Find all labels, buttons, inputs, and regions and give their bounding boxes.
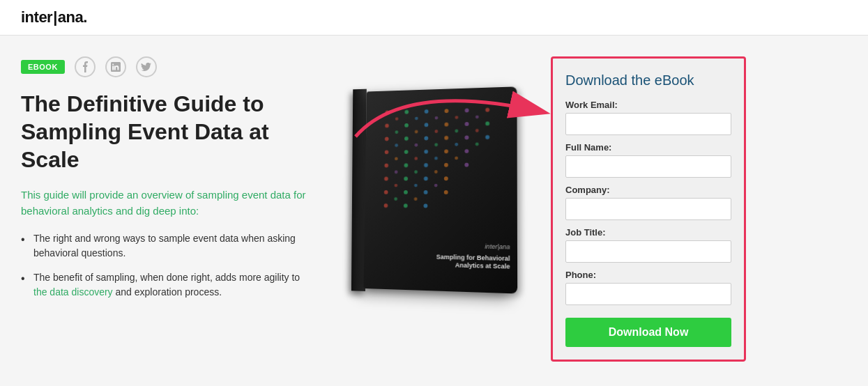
facebook-icon[interactable] [75, 56, 96, 77]
svg-point-4 [384, 164, 388, 168]
svg-point-46 [415, 117, 418, 121]
full-name-input[interactable] [565, 155, 731, 178]
svg-point-51 [414, 184, 418, 187]
ebook-badge: EBOOK [21, 60, 65, 74]
job-title-group: Job Title: [565, 227, 731, 263]
book-image: inter|ana Sampling for BehavioralAnalyti… [349, 77, 530, 300]
svg-point-40 [395, 130, 399, 134]
book-brand: inter|ana [436, 242, 510, 250]
svg-point-17 [425, 123, 429, 127]
svg-point-52 [414, 197, 418, 201]
svg-point-7 [384, 203, 388, 208]
company-group: Company: [565, 185, 731, 220]
logo: inter|ana. [21, 8, 87, 26]
phone-group: Phone: [565, 270, 731, 305]
svg-point-25 [444, 123, 448, 127]
svg-point-12 [404, 163, 409, 167]
download-button[interactable]: Download Now [565, 318, 731, 347]
main-container: EBOOK The Definitive Guide to Sampling E… [0, 36, 868, 383]
phone-input[interactable] [565, 283, 731, 305]
svg-point-58 [434, 184, 438, 187]
svg-point-43 [395, 171, 398, 174]
svg-point-23 [424, 203, 428, 208]
left-content: EBOOK The Definitive Guide to Sampling E… [21, 56, 328, 362]
svg-point-16 [425, 109, 429, 114]
svg-point-42 [395, 157, 398, 160]
svg-point-48 [415, 144, 418, 147]
svg-point-24 [445, 109, 449, 113]
work-email-input[interactable] [565, 113, 731, 135]
svg-point-36 [485, 108, 489, 112]
book-subtitle: Sampling for BehavioralAnalytics at Scal… [436, 253, 510, 272]
svg-point-19 [424, 150, 428, 154]
company-label: Company: [565, 185, 731, 195]
header: inter|ana. [0, 0, 868, 36]
bullet-list: The right and wrong ways to sample event… [21, 231, 314, 300]
svg-point-53 [435, 116, 439, 120]
form-panel: Download the eBook Work Email: Full Name… [551, 56, 746, 362]
bullet-item-2: The benefit of sampling, when done right… [21, 270, 314, 300]
company-input[interactable] [565, 198, 731, 220]
svg-point-15 [404, 203, 408, 208]
work-email-label: Work Email: [565, 100, 731, 110]
svg-point-3 [385, 150, 389, 154]
svg-point-37 [485, 121, 489, 125]
full-name-label: Full Name: [565, 142, 731, 153]
svg-point-30 [444, 190, 448, 194]
svg-point-14 [404, 190, 408, 194]
svg-point-45 [394, 197, 397, 201]
svg-point-62 [455, 156, 458, 160]
work-email-group: Work Email: [565, 100, 731, 135]
svg-point-8 [404, 110, 409, 114]
svg-point-44 [395, 184, 398, 187]
svg-point-59 [455, 116, 458, 119]
svg-point-26 [444, 136, 448, 140]
bullet-item-1: The right and wrong ways to sample event… [21, 231, 314, 261]
svg-point-2 [385, 137, 389, 141]
svg-point-39 [395, 117, 399, 121]
svg-point-47 [415, 130, 418, 134]
svg-point-57 [434, 170, 438, 173]
page-title: The Definitive Guide to Sampling Event D… [21, 90, 314, 173]
svg-point-56 [434, 157, 438, 160]
svg-point-50 [414, 170, 418, 173]
job-title-input[interactable] [565, 240, 731, 263]
svg-point-65 [475, 142, 479, 146]
svg-point-29 [444, 176, 448, 180]
svg-point-21 [424, 176, 428, 180]
data-link[interactable]: the data discovery [33, 286, 113, 298]
svg-point-33 [465, 135, 469, 139]
svg-point-20 [424, 163, 428, 167]
svg-point-9 [404, 123, 409, 128]
book-cover: inter|ana Sampling for BehavioralAnalyti… [363, 86, 517, 293]
svg-point-6 [384, 190, 388, 194]
svg-point-60 [455, 129, 458, 132]
svg-point-49 [414, 157, 418, 160]
svg-point-31 [465, 109, 469, 113]
book-area: inter|ana Sampling for BehavioralAnalyti… [328, 56, 551, 362]
svg-point-13 [404, 177, 408, 181]
book-text: inter|ana Sampling for BehavioralAnalyti… [436, 242, 510, 272]
phone-label: Phone: [565, 270, 731, 280]
svg-point-63 [475, 115, 479, 118]
svg-point-22 [424, 190, 428, 194]
full-name-group: Full Name: [565, 142, 731, 178]
job-title-label: Job Title: [565, 227, 731, 238]
svg-point-0 [385, 111, 389, 115]
svg-point-41 [395, 144, 398, 147]
svg-point-38 [485, 135, 489, 139]
svg-point-55 [434, 143, 438, 146]
svg-point-1 [385, 124, 389, 128]
svg-point-64 [475, 129, 479, 132]
twitter-icon[interactable] [136, 56, 157, 77]
svg-point-18 [424, 136, 428, 140]
hero-description: This guide will provide an overview of s… [21, 187, 314, 219]
svg-point-28 [444, 163, 448, 167]
badge-social-row: EBOOK [21, 56, 314, 77]
svg-point-34 [464, 149, 469, 153]
svg-point-35 [464, 163, 469, 167]
svg-point-32 [465, 122, 469, 126]
svg-point-10 [404, 137, 409, 141]
linkedin-icon[interactable] [105, 56, 126, 77]
svg-point-54 [434, 130, 438, 133]
